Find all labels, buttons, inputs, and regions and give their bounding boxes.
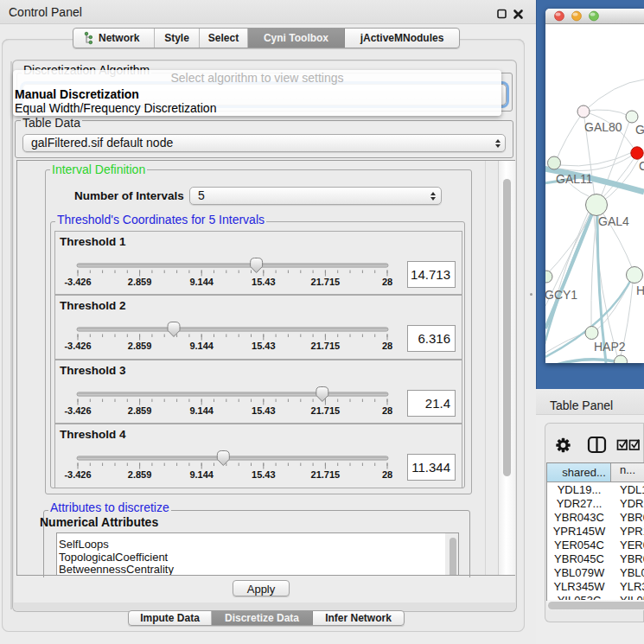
svg-text:GA: GA — [635, 123, 644, 137]
svg-text:HI: HI — [636, 284, 644, 297]
svg-text:28: 28 — [382, 405, 392, 415]
svg-text:-3.426: -3.426 — [64, 341, 91, 351]
svg-text:-3.426: -3.426 — [64, 276, 91, 286]
svg-text:15.43: 15.43 — [252, 276, 276, 286]
svg-text:21.715: 21.715 — [311, 469, 341, 480]
svg-text:21.715: 21.715 — [311, 341, 341, 351]
svg-text:2.859: 2.859 — [128, 341, 152, 351]
svg-text:GCY1: GCY1 — [545, 288, 577, 302]
svg-text:21.715: 21.715 — [311, 276, 341, 286]
svg-text:15.43: 15.43 — [252, 405, 276, 415]
svg-text:21.715: 21.715 — [311, 405, 341, 415]
svg-text:2.859: 2.859 — [128, 469, 152, 480]
svg-text:2.859: 2.859 — [128, 405, 152, 415]
svg-text:15.43: 15.43 — [252, 341, 276, 351]
svg-text:9.144: 9.144 — [189, 405, 214, 415]
svg-text:9.144: 9.144 — [189, 276, 214, 286]
svg-text:28: 28 — [382, 469, 392, 480]
svg-text:28: 28 — [382, 341, 392, 351]
svg-text:HAP2: HAP2 — [594, 340, 626, 354]
svg-text:CA: CA — [639, 159, 644, 173]
svg-text:-3.426: -3.426 — [64, 469, 91, 480]
svg-text:9.144: 9.144 — [189, 341, 214, 351]
svg-text:-3.426: -3.426 — [64, 405, 91, 415]
svg-text:28: 28 — [382, 276, 392, 286]
svg-text:GAL80: GAL80 — [584, 120, 622, 134]
svg-text:GAL11: GAL11 — [556, 172, 593, 186]
svg-text:15.43: 15.43 — [252, 469, 276, 480]
svg-text:9.144: 9.144 — [189, 469, 214, 480]
svg-text:GAL4: GAL4 — [598, 214, 629, 228]
svg-text:2.859: 2.859 — [128, 276, 152, 286]
